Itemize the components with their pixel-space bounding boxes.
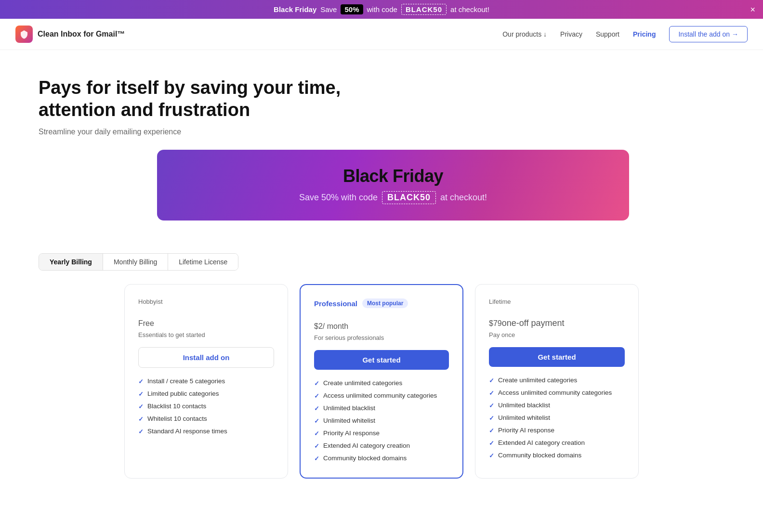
navbar-logo[interactable]: Clean Inbox for Gmail™ [15, 26, 125, 43]
list-item: ✓Priority AI response [314, 429, 449, 437]
banner-save-badge: 50% [341, 4, 363, 14]
black-friday-banner: Black Friday Save 50% with code BLACK50 … [157, 150, 629, 221]
logo-icon [15, 26, 33, 43]
plan-lifetime-features: ✓Create unlimited categories ✓Access unl… [489, 376, 625, 459]
plan-professional-features: ✓Create unlimited categories ✓Access unl… [314, 379, 449, 462]
list-item: ✓Unlimited whitelist [489, 414, 625, 422]
hero-title: Pays for itself by saving your time, att… [39, 77, 405, 121]
banner-code-badge: BLACK50 [401, 4, 447, 15]
list-item: ✓Extended AI category creation [314, 442, 449, 450]
plan-hobbyist: Hobbyist Free Essentials to get started … [124, 284, 288, 479]
list-item: ✓Community blocked domains [314, 454, 449, 462]
bf-code-badge: BLACK50 [382, 191, 436, 204]
install-add-on-button[interactable]: Install the add on → [669, 26, 748, 42]
list-item: ✓Limited public categories [138, 390, 274, 398]
tab-lifetime-license[interactable]: Lifetime License [168, 254, 238, 270]
bf-at-checkout: at checkout! [440, 193, 487, 202]
banner-save-text: Save [320, 5, 337, 13]
nav-privacy[interactable]: Privacy [560, 30, 582, 38]
plan-professional-cta[interactable]: Get started [314, 350, 449, 370]
nav-pricing[interactable]: Pricing [633, 30, 656, 38]
plan-hobbyist-price: Free [138, 308, 274, 330]
plan-hobbyist-features: ✓Install / create 5 categories ✓Limited … [138, 377, 274, 435]
plan-lifetime: Lifetime $79one-off payment Pay once Get… [475, 284, 639, 479]
plan-professional-desc: For serious professionals [314, 334, 449, 341]
plan-professional-tier: Professional [314, 299, 357, 308]
list-item: ✓Unlimited blacklist [314, 404, 449, 412]
bf-banner-title: Black Friday [176, 166, 610, 186]
plan-hobbyist-desc: Essentials to get started [138, 331, 274, 338]
banner-close-button[interactable]: × [750, 5, 755, 14]
most-popular-badge: Most popular [362, 298, 408, 308]
list-item: ✓Extended AI category creation [489, 439, 625, 447]
billing-tabs: Yearly Billing Monthly Billing Lifetime … [39, 253, 238, 271]
list-item: ✓Install / create 5 categories [138, 377, 274, 385]
tab-monthly-billing[interactable]: Monthly Billing [103, 254, 168, 270]
plan-lifetime-price-suffix: one-off payment [502, 318, 565, 328]
plan-hobbyist-cta[interactable]: Install add on [138, 347, 274, 368]
list-item: ✓Unlimited blacklist [489, 402, 625, 409]
plan-hobbyist-tier: Hobbyist [138, 298, 274, 305]
banner-black-friday-text: Black Friday [274, 5, 316, 13]
plan-professional: Professional Most popular $2/ month For … [300, 284, 463, 479]
pricing-section: Hobbyist Free Essentials to get started … [0, 271, 763, 502]
list-item: ✓Blacklist 10 contacts [138, 402, 274, 410]
plan-lifetime-tier: Lifetime [489, 298, 625, 305]
list-item: ✓Create unlimited categories [314, 379, 449, 387]
plan-professional-header: Professional Most popular [314, 298, 449, 308]
plan-lifetime-cta[interactable]: Get started [489, 347, 625, 367]
navbar: Clean Inbox for Gmail™ Our products ↓ Pr… [0, 19, 763, 50]
top-banner: Black Friday Save 50% with code BLACK50 … [0, 0, 763, 19]
tab-yearly-billing[interactable]: Yearly Billing [39, 254, 103, 270]
list-item: ✓Unlimited whitelist [314, 417, 449, 425]
nav-our-products[interactable]: Our products ↓ [502, 30, 547, 38]
list-item: ✓Whitelist 10 contacts [138, 415, 274, 423]
list-item: ✓Priority AI response [489, 427, 625, 434]
list-item: ✓Access unlimited community categories [489, 389, 625, 397]
list-item: ✓Create unlimited categories [489, 376, 625, 384]
banner-with-code: with code [367, 5, 397, 13]
list-item: ✓Standard AI response times [138, 428, 274, 435]
navbar-links: Our products ↓ Privacy Support Pricing I… [502, 26, 748, 42]
nav-support[interactable]: Support [596, 30, 619, 38]
plan-lifetime-price: $79one-off payment [489, 308, 625, 330]
plan-professional-price: $2/ month [314, 311, 449, 333]
bf-banner-subtitle: Save 50% with code BLACK50 at checkout! [176, 191, 610, 204]
list-item: ✓Community blocked domains [489, 452, 625, 459]
hero-subtitle: Streamline your daily emailing experienc… [39, 128, 748, 136]
plan-professional-price-suffix: / month [323, 322, 348, 330]
list-item: ✓Access unlimited community categories [314, 392, 449, 400]
banner-at-checkout: at checkout! [450, 5, 489, 13]
bf-save-text: Save 50% with code [299, 193, 378, 202]
plan-lifetime-desc: Pay once [489, 331, 625, 338]
navbar-logo-text: Clean Inbox for Gmail™ [38, 30, 125, 39]
hero-section: Pays for itself by saving your time, att… [0, 50, 763, 236]
